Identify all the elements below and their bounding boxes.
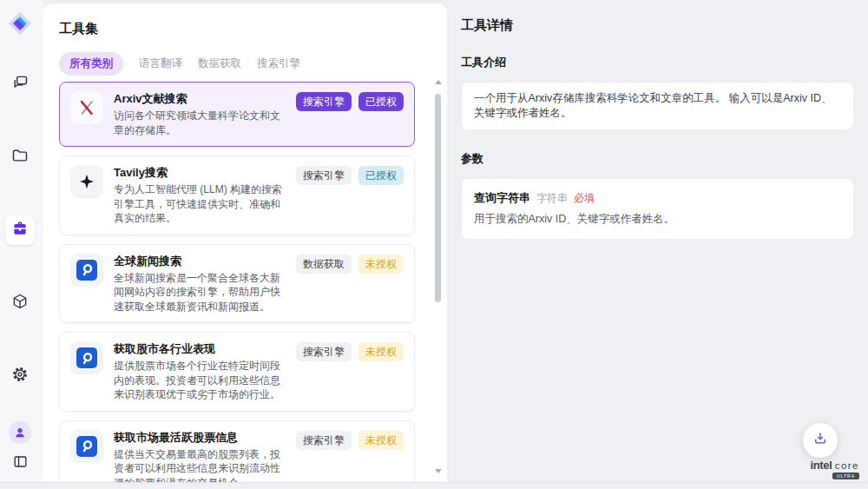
- scrollbar-thumb[interactable]: [435, 94, 441, 302]
- tool-description: 提供股票市场各个行业在特定时间段内的表现。投资者可以利用这些信息来识别表现优于或…: [114, 359, 286, 402]
- auth-status-badge: 未授权: [358, 254, 404, 274]
- tab-all-categories[interactable]: 所有类别: [59, 52, 123, 76]
- tab-data-acquisition[interactable]: 数据获取: [198, 52, 241, 76]
- tool-description: 访问各个研究领域大量科学论文和文章的存储库。: [114, 109, 286, 137]
- arxiv-x-logo-icon: [70, 91, 103, 124]
- auth-status-badge: 未授权: [358, 342, 404, 361]
- tool-name: 获取市场最活跃股票信息: [114, 430, 286, 446]
- category-badge: 搜索引擎: [296, 431, 352, 450]
- rail-bottom: [9, 421, 31, 473]
- tool-name: 获取股市各行业表现: [114, 341, 286, 357]
- category-badge: 搜索引擎: [296, 166, 352, 185]
- intro-heading: 工具介绍: [461, 55, 854, 70]
- app-logo-diamond-icon: [7, 10, 33, 36]
- category-badge: 搜索引擎: [296, 342, 352, 361]
- core-wordmark: core: [835, 460, 859, 471]
- cube-icon: [11, 293, 29, 314]
- nav-files[interactable]: [5, 142, 35, 172]
- tool-card[interactable]: 全球新闻搜索 全球新闻搜索是一个聚合全球各大新闻网站内容的搜索引擎，帮助用户快速…: [59, 244, 415, 324]
- tool-description: 专为人工智能代理 (LLM) 构建的搜索引擎工具，可快速提供实时、准确和真实的结…: [114, 182, 286, 226]
- param-required-flag: 必填: [574, 191, 595, 206]
- download-button[interactable]: [803, 423, 838, 458]
- auth-status-badge: 已授权: [358, 166, 404, 185]
- detail-title: 工具详情: [461, 17, 854, 34]
- list-scrollbar: [434, 80, 443, 477]
- tool-name: 全球新闻搜索: [114, 254, 286, 269]
- tavily-star-logo-icon: [70, 165, 103, 198]
- tool-card[interactable]: 获取股市各行业表现 提供股票市场各个行业在特定时间段内的表现。投资者可以利用这些…: [59, 332, 415, 412]
- rail-nav: [5, 69, 35, 391]
- chat-icon: [11, 74, 29, 95]
- blue-q-logo-icon: [70, 254, 103, 287]
- tools-list-panel: 工具集 所有类别 语言翻译 数据获取 搜索引擎 A: [43, 3, 447, 482]
- download-icon: [812, 431, 828, 450]
- intro-box: 一个用于从Arxiv存储库搜索科学论文和文章的工具。 输入可以是Arxiv ID…: [461, 82, 854, 130]
- param-type: 字符串: [536, 191, 568, 206]
- page-title: 工具集: [59, 21, 447, 37]
- tab-search-engine[interactable]: 搜索引擎: [257, 52, 300, 76]
- app-window: 工具集 所有类别 语言翻译 数据获取 搜索引擎 A: [0, 0, 868, 489]
- category-badge: 数据获取: [296, 254, 352, 274]
- tool-card[interactable]: Arxiv文献搜索 访问各个研究领域大量科学论文和文章的存储库。 搜索引擎 已授…: [59, 82, 415, 147]
- param-name: 查询字符串: [474, 190, 530, 206]
- tool-description: 提供当天交易量最高的股票列表，投资者可以利用这些信息来识别流动性强的股票和潜在的…: [114, 447, 286, 483]
- scroll-down-arrow-icon[interactable]: [435, 469, 442, 473]
- auth-status-badge: 未授权: [358, 431, 404, 450]
- tool-description: 全球新闻搜索是一个聚合全球各大新闻网站内容的搜索引擎，帮助用户快速获取全球最新资…: [114, 271, 286, 314]
- icon-rail: [0, 0, 43, 482]
- intro-text: 一个用于从Arxiv存储库搜索科学论文和文章的工具。 输入可以是Arxiv ID…: [474, 91, 841, 121]
- tier-badge: ultra: [832, 472, 859, 479]
- blue-q-logo-icon: [70, 430, 103, 463]
- folder-icon: [11, 147, 29, 168]
- scroll-up-arrow-icon[interactable]: [435, 80, 442, 84]
- category-tabs: 所有类别 语言翻译 数据获取 搜索引擎: [59, 52, 447, 76]
- tool-name: Tavily搜索: [114, 165, 286, 181]
- params-heading: 参数: [461, 151, 854, 167]
- auth-status-badge: 已授权: [358, 92, 404, 111]
- panel-toggle-icon[interactable]: [12, 453, 29, 473]
- settings-gear-icon: [11, 366, 29, 387]
- param-description: 用于搜索的Arxiv ID、关键字或作者姓名。: [474, 212, 841, 227]
- tool-name: Arxiv文献搜索: [114, 91, 286, 107]
- intel-wordmark: intel: [810, 459, 832, 472]
- nav-models[interactable]: [5, 288, 35, 318]
- user-avatar[interactable]: [9, 421, 31, 444]
- tool-card[interactable]: 获取市场最活跃股票信息 提供当天交易量最高的股票列表，投资者可以利用这些信息来识…: [59, 420, 415, 483]
- main-area: 工具集 所有类别 语言翻译 数据获取 搜索引擎 A: [0, 0, 868, 483]
- tool-card[interactable]: Tavily搜索 专为人工智能代理 (LLM) 构建的搜索引擎工具，可快速提供实…: [59, 155, 415, 235]
- parameter-item: 查询字符串 字符串 必填 用于搜索的Arxiv ID、关键字或作者姓名。: [461, 178, 854, 240]
- tool-card-list: Arxiv文献搜索 访问各个研究领域大量科学论文和文章的存储库。 搜索引擎 已授…: [59, 82, 415, 482]
- toolbox-icon: [11, 220, 29, 241]
- intel-core-logo: intel core ultra: [810, 459, 859, 479]
- person-icon: [13, 426, 27, 439]
- tool-detail-panel: 工具详情 工具介绍 一个用于从Arxiv存储库搜索科学论文和文章的工具。 输入可…: [447, 0, 868, 482]
- blue-q-logo-icon: [70, 341, 103, 374]
- nav-tools[interactable]: [5, 215, 35, 245]
- tab-language-translation[interactable]: 语言翻译: [139, 52, 182, 76]
- nav-settings[interactable]: [5, 361, 35, 391]
- category-badge: 搜索引擎: [296, 92, 352, 111]
- nav-chat[interactable]: [5, 69, 35, 99]
